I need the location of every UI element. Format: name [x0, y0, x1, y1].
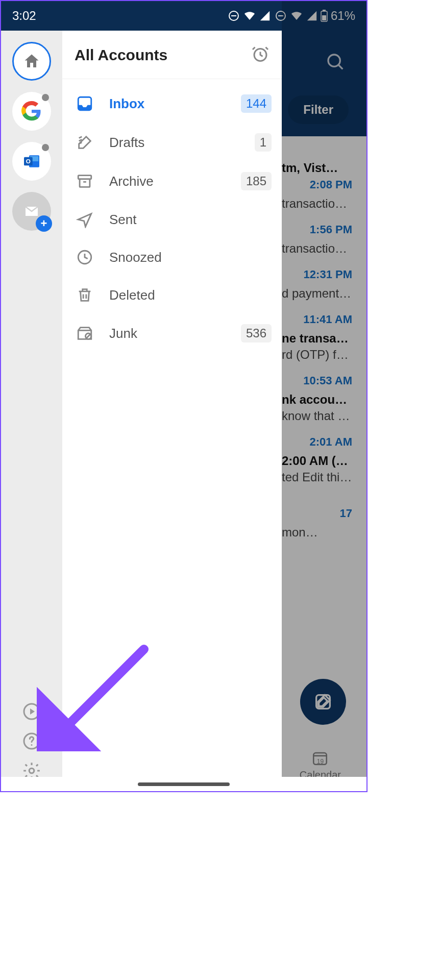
inbox-icon [76, 95, 93, 112]
svg-rect-22 [78, 176, 91, 179]
folder-count: 536 [241, 324, 272, 342]
play-button[interactable] [21, 701, 42, 722]
folder-snoozed[interactable]: Snoozed [62, 238, 282, 276]
add-account-button[interactable]: + [12, 192, 51, 231]
folder-label: Junk [109, 326, 227, 341]
folder-sent[interactable]: Sent [62, 201, 282, 238]
folder-count: 1 [255, 133, 272, 152]
folder-label: Deleted [109, 287, 272, 303]
drafts-icon [76, 134, 93, 151]
outlook-account-button[interactable]: O [12, 142, 51, 181]
notification-dot [42, 144, 49, 151]
folder-archive[interactable]: Archive 185 [62, 162, 282, 201]
folder-label: Archive [109, 174, 227, 189]
drawer-main: All Accounts Inbox 144 Drafts 1 Archive … [62, 31, 282, 791]
dnd-icon [228, 10, 240, 22]
help-button[interactable] [21, 731, 42, 751]
folder-count: 144 [241, 94, 272, 113]
folder-drafts[interactable]: Drafts 1 [62, 123, 282, 162]
notification-dot [42, 94, 49, 101]
google-icon [21, 101, 42, 121]
wifi-icon [243, 10, 256, 22]
dnd-settings-button[interactable] [251, 45, 270, 65]
status-bar: 3:02 [1, 1, 282, 31]
archive-icon [76, 173, 93, 190]
folder-junk[interactable]: Junk 536 [62, 314, 282, 353]
help-icon [22, 732, 41, 750]
home-account-button[interactable] [12, 42, 51, 81]
folder-list: Inbox 144 Drafts 1 Archive 185 Sent Snoo… [62, 79, 282, 353]
sent-icon [76, 211, 93, 228]
folder-deleted[interactable]: Deleted [62, 276, 282, 314]
account-rail: O + [1, 31, 62, 791]
home-icon [22, 52, 41, 70]
svg-point-18 [31, 744, 33, 746]
alarm-icon [251, 45, 270, 63]
junk-icon [76, 325, 93, 342]
outlook-icon: O [21, 151, 42, 172]
folder-label: Inbox [109, 96, 227, 112]
folder-label: Sent [109, 212, 272, 228]
drawer-header: All Accounts [62, 31, 282, 79]
svg-line-25 [86, 334, 91, 338]
folder-label: Drafts [109, 135, 240, 151]
folder-label: Snoozed [109, 250, 272, 265]
folder-inbox[interactable]: Inbox 144 [62, 84, 282, 123]
status-time: 3:02 [12, 9, 36, 23]
home-indicator [138, 782, 230, 786]
snoozed-icon [76, 249, 93, 266]
drawer-title: All Accounts [75, 46, 167, 64]
svg-text:O: O [26, 158, 31, 164]
google-account-button[interactable] [12, 92, 51, 131]
navigation-drawer: O + All Accounts [1, 31, 282, 791]
trash-icon [76, 286, 93, 304]
folder-count: 185 [241, 172, 272, 190]
play-icon [22, 702, 41, 721]
signal-icon [259, 10, 271, 21]
svg-point-19 [29, 768, 34, 773]
plus-icon: + [36, 215, 52, 232]
drawer-scrim[interactable] [282, 1, 366, 791]
